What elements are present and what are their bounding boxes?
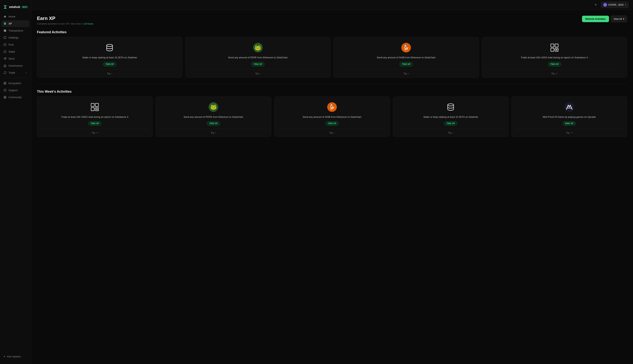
- weekly-section-title: This Week's Activities: [37, 90, 627, 94]
- wallet-address: 0x3345...3b16: [608, 3, 623, 6]
- weekly-card-2-xp: 7500 XP: [207, 121, 220, 126]
- page-subtitle: Complete activities to earn XP; new ones…: [37, 22, 94, 25]
- featured-section-title: Featured Activities: [37, 30, 627, 34]
- featured-card-4-desc: Trade at least 100 USDX total during an …: [521, 56, 588, 60]
- weekly-pepe-circle: 🐸: [209, 102, 218, 112]
- hub-updates-button[interactable]: ✦ Hub Updates: [2, 354, 29, 360]
- try-arrow-icon: ›: [111, 72, 112, 75]
- sidebar-item-governance[interactable]: Governance: [2, 62, 29, 69]
- app-name: zetahub: [9, 5, 20, 9]
- weekly-try-arrow-icon-2: ›: [215, 132, 216, 134]
- featured-card-4[interactable]: Trade at least 100 USDX total during an …: [482, 37, 627, 78]
- weekly-card-2[interactable]: 🐸 Send any amount of PEPE from Ethereum …: [156, 96, 271, 137]
- xp-icon: [3, 22, 7, 25]
- view-all-button[interactable]: View All ▾: [611, 16, 627, 22]
- featured-card-1-try[interactable]: Try ›: [41, 70, 178, 78]
- weekly-card-4-xp: 7500 XP: [444, 121, 457, 126]
- featured-card-3-try[interactable]: Try ›: [337, 70, 475, 78]
- weekly-card-5-try[interactable]: Try ↗: [515, 129, 623, 137]
- svg-rect-3: [5, 82, 6, 83]
- featured-card-2-try[interactable]: Try ›: [189, 70, 327, 78]
- pool-icon: [3, 43, 7, 46]
- weekly-cards-grid: Trade at least 100 USDX total during an …: [37, 96, 627, 137]
- card-icon-substancex: [549, 42, 560, 53]
- weekly-card-icon-shib: 🐕: [327, 102, 337, 112]
- wallet-avatar: [603, 3, 607, 7]
- featured-card-3[interactable]: 🐕 Send any amount of SHIB from Ethereum …: [334, 37, 479, 78]
- sidebar-bottom: ✦ Hub Updates: [0, 352, 31, 361]
- card-icon-database: [104, 42, 115, 53]
- sidebar-label-support: Support: [9, 89, 18, 92]
- weekly-try-arrow-icon-3: ›: [334, 132, 335, 134]
- sidebar-item-xp[interactable]: XP: [2, 20, 29, 27]
- weekly-try-external-icon-5: ↗: [571, 132, 572, 134]
- weekly-card-1-desc: Trade at least 100 USDX total during an …: [61, 115, 128, 119]
- hub-updates-icon: ✦: [3, 355, 5, 358]
- svg-rect-17: [91, 108, 94, 111]
- sidebar-label-ecosystem: Ecosystem: [9, 82, 21, 85]
- sidebar-label-home: Home: [9, 15, 15, 18]
- svg-rect-5: [5, 84, 6, 84]
- weekly-card-5-desc: Mint Proof Of Game by playing games on U…: [543, 115, 596, 119]
- svg-rect-4: [4, 84, 5, 84]
- weekly-card-1[interactable]: Trade at least 100 USDX total during an …: [37, 96, 153, 137]
- transactions-icon: [3, 29, 7, 32]
- weekly-card-1-try[interactable]: Try ↗: [41, 129, 149, 137]
- weekly-card-4-try[interactable]: Try ›: [397, 129, 505, 137]
- sidebar-item-community[interactable]: Community ›: [2, 94, 29, 100]
- weekly-card-icon-upcade: [564, 102, 574, 112]
- wallet-chevron-icon: ▾: [625, 4, 626, 6]
- sidebar-item-pool[interactable]: Pool: [2, 41, 29, 48]
- try-arrow-icon-3: ›: [408, 72, 409, 75]
- view-all-chevron-icon: ▾: [623, 18, 624, 20]
- featured-card-2[interactable]: 🐸 Send any amount of PEPE from Ethereum …: [185, 37, 331, 78]
- sidebar-label-send: Send: [9, 57, 15, 60]
- sidebar-label-pool: Pool: [9, 43, 14, 46]
- sidebar-item-ecosystem[interactable]: Ecosystem: [2, 80, 29, 86]
- sidebar-item-holdings[interactable]: Holdings: [2, 34, 29, 41]
- weekly-card-2-try[interactable]: Try ›: [159, 129, 267, 137]
- view-all-label: View All: [613, 18, 622, 20]
- svg-rect-0: [4, 36, 6, 38]
- trade-icon: [3, 71, 7, 74]
- svg-rect-10: [555, 44, 558, 47]
- subtitle-suffix: .: [93, 22, 94, 25]
- community-chevron-icon: ›: [27, 96, 28, 98]
- sidebar-item-trade[interactable]: Trade ↗: [2, 70, 29, 76]
- sidebar-item-transactions[interactable]: Transactions: [2, 27, 29, 34]
- sidebar-item-support[interactable]: Support: [2, 87, 29, 94]
- wallet-button[interactable]: 0x3345...3b16 ▾: [601, 2, 628, 8]
- weekly-card-icon-database: [445, 102, 456, 112]
- featured-cards-grid: Stake or keep staking at least 10 ZETA o…: [37, 37, 627, 78]
- weekly-card-4[interactable]: Stake or keep staking at least 10 ZETA o…: [393, 96, 508, 137]
- nav-items: Home XP Transactions Holdings Pool: [0, 13, 31, 352]
- pepe-circle: 🐸: [253, 43, 263, 52]
- page-title: Earn XP: [37, 16, 94, 21]
- page-header-left: Earn XP Complete activities to earn XP; …: [37, 16, 94, 25]
- featured-card-4-try[interactable]: Try ↗: [486, 70, 623, 78]
- sidebar-item-home[interactable]: Home: [2, 13, 29, 20]
- header-actions: Refresh Activities View All ▾: [582, 16, 627, 22]
- weekly-card-3-try[interactable]: Try ›: [278, 129, 386, 137]
- weekly-card-5[interactable]: Mint Proof Of Game by playing games on U…: [511, 96, 627, 137]
- topbar: ☀ 0x3345...3b16 ▾: [31, 0, 633, 10]
- community-icon: [3, 96, 7, 99]
- sidebar-item-send[interactable]: Send: [2, 56, 29, 62]
- theme-toggle-button[interactable]: ☀: [593, 2, 599, 8]
- weekly-card-icon-substancex: [90, 102, 100, 112]
- weekly-card-3[interactable]: 🐕 Send any amount of SHIB from Ethereum …: [274, 96, 390, 137]
- svg-point-8: [107, 44, 113, 46]
- featured-card-1[interactable]: Stake or keep staking at least 10 ZETA o…: [37, 37, 182, 78]
- svg-rect-11: [551, 48, 554, 51]
- sidebar-label-trade: Trade: [9, 71, 15, 74]
- send-icon: [3, 57, 7, 60]
- card-icon-shib: 🐕: [401, 42, 411, 53]
- featured-card-3-desc: Send any amount of SHIB from Ethereum to…: [377, 56, 436, 60]
- try-arrow-icon-2: ›: [260, 72, 260, 75]
- holdings-icon: [3, 36, 7, 39]
- sidebar-item-stake[interactable]: Stake: [2, 48, 29, 55]
- refresh-activities-button[interactable]: Refresh Activities: [582, 16, 609, 22]
- weekly-card-icon-pepe: 🐸: [208, 102, 219, 112]
- sidebar-label-xp: XP: [9, 22, 12, 25]
- sidebar: zetahub Beta Home XP Transactions Hold: [0, 0, 31, 364]
